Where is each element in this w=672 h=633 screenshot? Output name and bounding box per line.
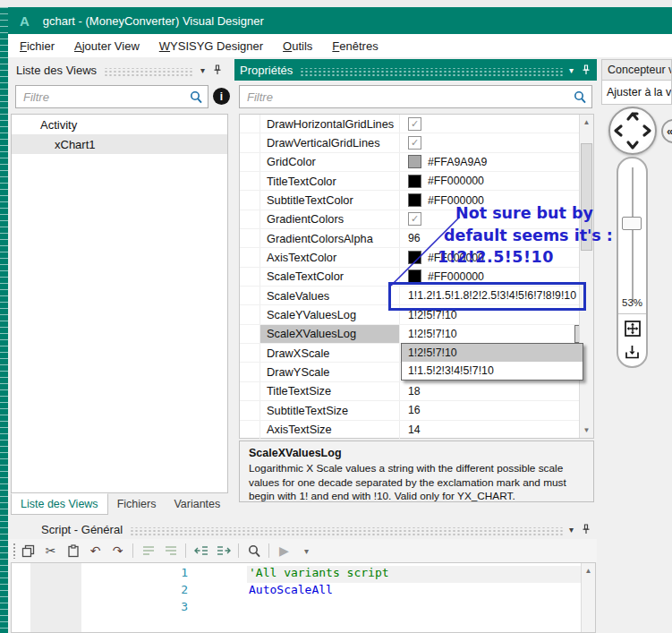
property-label[interactable]: DrawHorizontalGridLines <box>260 115 400 133</box>
tree-item-xchart1[interactable]: xChart1 <box>12 134 227 154</box>
script-panel-header: Script - Général ▾ <box>9 519 597 539</box>
property-indent <box>240 210 260 228</box>
cut-icon[interactable]: ✂ <box>39 541 62 560</box>
chevron-down-icon[interactable]: ▾ <box>569 65 574 75</box>
export-view-button[interactable] <box>623 343 642 361</box>
editor-scrollbar[interactable]: ▲ <box>581 563 595 632</box>
property-label[interactable]: GridColor <box>260 153 400 171</box>
export-view-icon <box>624 345 641 360</box>
redo-icon[interactable]: ↷ <box>106 541 129 560</box>
property-label[interactable]: ScaleYValuesLog <box>260 305 400 323</box>
zoom-slider-track[interactable] <box>632 167 634 302</box>
views-panel-title: Liste des Views <box>16 64 97 77</box>
checkbox-icon[interactable]: ✓ <box>408 117 421 131</box>
toolbar-separator <box>238 543 239 558</box>
checkbox-icon[interactable]: ✓ <box>408 212 421 226</box>
tab-variantes[interactable]: Variantes <box>165 493 229 515</box>
scroll-down-icon[interactable]: ▼ <box>580 426 593 434</box>
chevron-down-icon[interactable]: ▾ <box>200 65 205 75</box>
property-value[interactable]: 14 <box>400 421 593 439</box>
property-value[interactable]: ✓ <box>400 115 593 133</box>
property-description-text: Logarithmic X Scale values a string with… <box>249 462 584 504</box>
views-list-panel: Liste des Views ▾ i ActivityxChart1 List… <box>11 59 228 515</box>
app-window: A gchart - (MoneyConverter) Visual Desig… <box>0 0 672 633</box>
property-label[interactable]: GradientColorsAlpha <box>260 229 400 247</box>
property-value[interactable]: 18 <box>400 382 593 400</box>
pan-control[interactable] <box>608 107 657 155</box>
indent-left-icon[interactable] <box>137 541 159 560</box>
collapse-chevrons-icon[interactable]: « <box>661 119 672 143</box>
shift-right-icon[interactable] <box>212 541 234 560</box>
tab-liste-des-views[interactable]: Liste des Views <box>11 493 108 515</box>
property-indent <box>240 401 260 419</box>
properties-filter-input[interactable] <box>240 86 591 107</box>
menu-item-fenêtres[interactable]: Fenêtres <box>322 34 387 57</box>
tree-item-activity[interactable]: Activity <box>12 115 227 134</box>
property-indent <box>240 248 260 266</box>
property-label[interactable]: SubtitleTextColor <box>260 191 400 209</box>
menu-item-ajouter-view[interactable]: Ajouter View <box>64 34 149 57</box>
toolbar-separator <box>185 543 186 558</box>
property-label[interactable]: ScaleXValuesLog <box>260 325 400 343</box>
overflow-icon[interactable]: ▾ <box>295 541 318 560</box>
properties-scrollbar[interactable]: ▲ ▼ <box>579 115 593 438</box>
checkbox-icon[interactable]: ✓ <box>408 136 421 150</box>
property-label[interactable]: DrawXScale <box>260 344 400 362</box>
toolbar-separator <box>268 543 269 558</box>
zoom-slider-thumb[interactable] <box>622 217 642 230</box>
property-value-text: #FF000000 <box>428 175 484 187</box>
divider <box>618 313 646 314</box>
property-value[interactable]: #FF000000▾ <box>400 172 593 190</box>
search-icon <box>574 90 586 107</box>
fit-page-button[interactable] <box>623 319 642 338</box>
copy-icon[interactable] <box>17 541 39 560</box>
pin-icon[interactable] <box>582 524 591 535</box>
scroll-up-icon[interactable]: ▲ <box>582 567 595 575</box>
info-icon[interactable]: i <box>213 88 230 105</box>
property-label[interactable]: ScaleValues <box>260 287 400 304</box>
property-label[interactable]: AxisTextSize <box>260 421 400 439</box>
property-value[interactable]: #FFA9A9A9▾ <box>400 153 593 171</box>
code-line[interactable]: 3 <box>12 600 581 617</box>
property-value[interactable]: ✓ <box>400 133 593 151</box>
property-label[interactable]: AxisTextColor <box>260 248 400 266</box>
panel-grip <box>104 68 194 76</box>
menu-item-wysisyg-designer[interactable]: WYSISYG Designer <box>149 34 273 57</box>
property-value[interactable]: 1!2!5!7!10▾ <box>400 325 593 343</box>
property-label[interactable]: TitleTextColor <box>260 172 400 190</box>
property-label[interactable]: SubtitleTextSize <box>260 401 400 419</box>
pin-icon[interactable] <box>582 64 591 75</box>
chevron-down-icon[interactable]: ▾ <box>569 525 574 535</box>
property-value[interactable]: 16 <box>400 401 593 419</box>
shift-left-icon[interactable] <box>190 541 212 560</box>
property-label[interactable]: TitleTextSize <box>260 382 400 400</box>
menu-item-outils[interactable]: Outils <box>273 34 322 57</box>
property-label[interactable]: DrawVerticalGridLines <box>260 133 400 151</box>
code-line[interactable]: 1'All variants script <box>12 566 581 583</box>
fit-to-view-button[interactable]: Ajuster à la va <box>601 81 672 105</box>
scroll-up-icon[interactable]: ▲ <box>580 118 593 126</box>
search-icon[interactable] <box>242 541 265 560</box>
dropdown-item[interactable]: 1!2!5!7!10 <box>402 344 583 362</box>
dropdown-item[interactable]: 1!1.5!2!3!4!5!7!10 <box>402 362 583 380</box>
background-window-edge <box>0 7 8 633</box>
title-bar: A gchart - (MoneyConverter) Visual Desig… <box>8 7 672 34</box>
property-label[interactable]: GradientColors <box>260 210 400 228</box>
annotation-highlight-box <box>388 282 586 311</box>
color-swatch <box>408 251 421 264</box>
menu-item-fichier[interactable]: Fichier <box>10 34 64 57</box>
code-line[interactable]: 2AutoScaleAll <box>12 583 581 600</box>
script-editor[interactable]: 1'All variants script2AutoScaleAll3 ▲ <box>11 562 596 633</box>
undo-icon[interactable]: ↶ <box>84 541 106 560</box>
color-swatch <box>408 155 421 168</box>
paste-icon[interactable] <box>62 541 84 560</box>
indent-right-icon[interactable] <box>159 541 182 560</box>
tab-fichiers[interactable]: Fichiers <box>108 493 166 515</box>
views-filter-input[interactable] <box>16 86 208 107</box>
bottom-tab-strip: Liste des ViewsFichiersVariantes <box>11 493 229 515</box>
property-label[interactable]: ScaleTextColor <box>260 268 400 286</box>
pin-icon[interactable] <box>213 64 222 75</box>
play-icon[interactable]: ▶ <box>273 541 295 560</box>
property-row: SubtitleTextSize16 <box>240 401 593 420</box>
property-label[interactable]: DrawYScale <box>260 363 400 381</box>
